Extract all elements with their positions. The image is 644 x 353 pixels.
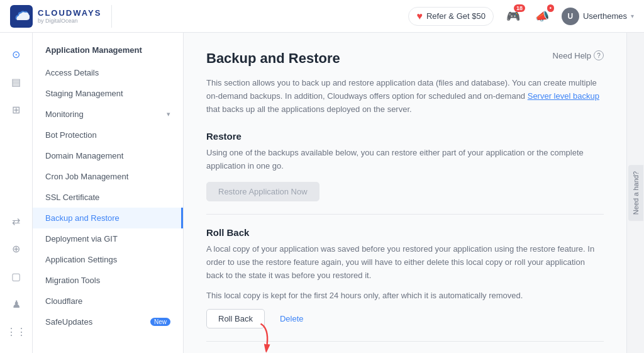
sidebar-item-staging-management[interactable]: Staging Management	[33, 83, 183, 104]
page-header-row: Backup and Restore Need Help ?	[206, 50, 604, 69]
sidebar-item-backup-and-restore[interactable]: Backup and Restore	[33, 208, 183, 228]
sidebar-item-deployment-via-git[interactable]: Deployment via GIT	[33, 228, 183, 249]
sidebar: Application Management Access DetailsSta…	[33, 33, 184, 353]
sidebar-item-label-cron-job-management: Cron Job Management	[45, 172, 170, 181]
rail-home-icon[interactable]: ⊙	[5, 43, 28, 65]
user-name: Userthemes	[583, 11, 627, 21]
restore-section: Restore Using one of the backups availab…	[206, 131, 604, 201]
restore-section-desc: Using one of the backups available below…	[206, 147, 604, 173]
sidebar-item-bot-protection[interactable]: Bot Protection	[33, 125, 183, 145]
sidebar-item-label-migration-tools: Migration Tools	[45, 276, 170, 285]
sidebar-item-label-bot-protection: Bot Protection	[45, 130, 170, 140]
refer-label: Refer & Get $50	[426, 11, 486, 21]
notifications-badge: 18	[514, 4, 525, 12]
sidebar-item-label-backup-and-restore: Backup and Restore	[45, 213, 169, 223]
sidebar-item-access-details[interactable]: Access Details	[33, 62, 183, 83]
arrow-indicator	[252, 324, 277, 351]
sidebar-item-monitoring[interactable]: Monitoring▾	[33, 104, 183, 125]
restore-section-title: Restore	[206, 131, 604, 142]
sidebar-new-badge-safeupdates: New	[150, 318, 170, 326]
sidebar-item-ssl-certificate[interactable]: SSL Certificate	[33, 187, 183, 208]
chevron-down-icon: ▾	[631, 13, 634, 20]
sidebar-item-label-access-details: Access Details	[45, 68, 170, 77]
sidebar-item-label-cloudflare: Cloudflare	[45, 296, 170, 306]
rollback-section-title: Roll Back	[206, 227, 604, 238]
sidebar-item-safeupdates[interactable]: SafeUpdatesNew	[33, 311, 183, 332]
cloudways-logo-icon	[10, 5, 33, 28]
restore-application-button[interactable]: Restore Application Now	[206, 182, 319, 201]
page-description: This section allows you to back up and r…	[206, 77, 604, 116]
sidebar-item-cloudflare[interactable]: Cloudflare	[33, 291, 183, 311]
refer-button[interactable]: ♥ Refer & Get $50	[408, 7, 493, 26]
megaphone-icon: 📣	[535, 10, 549, 23]
user-avatar: U	[562, 8, 579, 25]
rollback-section: Roll Back A local copy of your applicati…	[206, 227, 604, 328]
right-hint: Need a hand?	[626, 33, 644, 353]
sidebar-item-label-domain-management: Domain Management	[45, 151, 170, 160]
rail-person-icon[interactable]: ♟	[5, 293, 28, 315]
page-title: Backup and Restore	[206, 50, 340, 67]
icon-rail: ⊙ ▤ ⊞ ⇄ ⊕ ▢ ♟ ⋮⋮	[0, 33, 33, 353]
main-content: Backup and Restore Need Help ? This sect…	[184, 33, 626, 353]
user-menu[interactable]: U Userthemes ▾	[562, 8, 634, 25]
rail-folder-icon[interactable]: ▢	[5, 265, 28, 288]
announcements-badge: •	[547, 4, 554, 12]
sidebar-item-label-monitoring: Monitoring	[45, 109, 167, 119]
sidebar-item-label-ssl-certificate: SSL Certificate	[45, 193, 170, 202]
delete-link[interactable]: Delete	[280, 314, 304, 323]
body-layout: ⊙ ▤ ⊞ ⇄ ⊕ ▢ ♟ ⋮⋮ Application Management …	[0, 33, 644, 353]
header: CLOUDWAYS by DigitalOcean ♥ Refer & Get …	[0, 0, 644, 33]
need-a-hand-tab[interactable]: Need a hand?	[628, 165, 643, 221]
rail-plugin-icon[interactable]: ⊕	[5, 237, 28, 260]
sidebar-item-label-application-settings: Application Settings	[45, 255, 170, 264]
server-level-backup-link[interactable]: Server level backup	[528, 91, 599, 101]
logo-area: CLOUDWAYS by DigitalOcean	[10, 5, 112, 28]
logo-text-block: CLOUDWAYS by DigitalOcean	[38, 8, 101, 24]
rail-table-icon[interactable]: ⊞	[5, 98, 28, 121]
rail-chart-icon[interactable]: ▤	[5, 70, 28, 93]
header-actions: ♥ Refer & Get $50 🎮 18 📣 • U Userthemes …	[408, 7, 634, 26]
announcements-button[interactable]: 📣 •	[533, 7, 552, 26]
help-circle-icon: ?	[594, 50, 604, 60]
sidebar-section-title: Application Management	[33, 33, 183, 62]
rollback-section-desc: A local copy of your application was sav…	[206, 243, 604, 282]
rail-transfer-icon[interactable]: ⇄	[5, 210, 28, 232]
bell-icon: 🎮	[506, 10, 520, 23]
sidebar-item-migration-tools[interactable]: Migration Tools	[33, 270, 183, 291]
sidebar-items-container: Access DetailsStaging ManagementMonitori…	[33, 62, 183, 332]
sidebar-item-label-staging-management: Staging Management	[45, 89, 170, 98]
chevron-icon-monitoring: ▾	[167, 110, 170, 118]
sidebar-item-label-safeupdates: SafeUpdates	[45, 317, 147, 327]
logo-text: CLOUDWAYS	[38, 8, 101, 18]
sidebar-item-application-settings[interactable]: Application Settings	[33, 249, 183, 270]
logo-sub: by DigitalOcean	[38, 18, 101, 24]
need-help-button[interactable]: Need Help ?	[553, 50, 604, 60]
divider-1	[206, 214, 604, 215]
notifications-button[interactable]: 🎮 18	[504, 7, 523, 26]
sidebar-item-domain-management[interactable]: Domain Management	[33, 145, 183, 166]
heart-icon: ♥	[416, 11, 423, 22]
need-help-label: Need Help	[553, 51, 591, 60]
sidebar-item-label-deployment-via-git: Deployment via GIT	[45, 234, 170, 244]
rail-grid-icon[interactable]: ⋮⋮	[5, 320, 28, 343]
sidebar-item-cron-job-management[interactable]: Cron Job Management	[33, 166, 183, 187]
rollback-btn-row: Roll Back Delete	[206, 309, 604, 328]
rollback-info: This local copy is kept for the first 24…	[206, 291, 604, 300]
